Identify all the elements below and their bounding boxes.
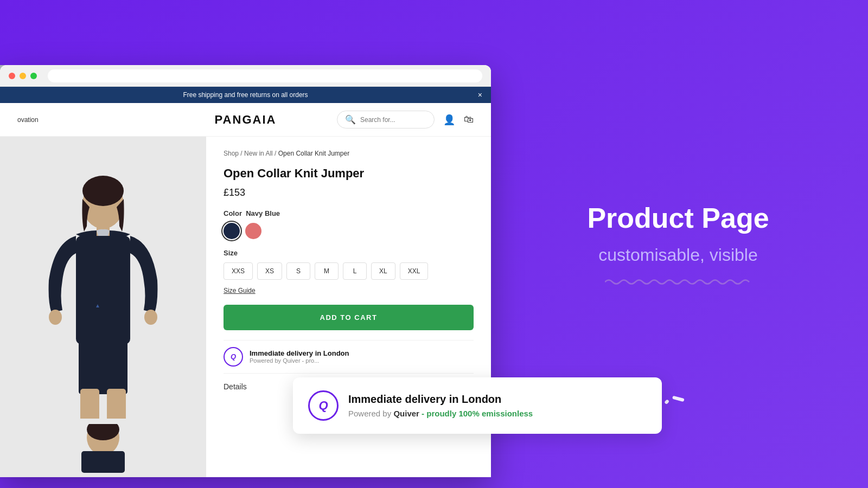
quiver-icon-label: Q (231, 352, 236, 361)
svg-text:▲: ▲ (95, 303, 100, 309)
popup-quiver-icon: Q (308, 390, 339, 421)
search-bar[interactable]: 🔍 (337, 111, 435, 129)
search-input[interactable] (360, 116, 426, 124)
size-xs[interactable]: XS (257, 262, 282, 280)
svg-point-8 (144, 310, 157, 325)
size-label: Size (224, 249, 474, 257)
size-buttons: XXS XS S M L XL XXL (224, 262, 474, 280)
color-label-text: Color (224, 209, 242, 217)
search-icon: 🔍 (345, 114, 356, 125)
squiggly-decoration (605, 278, 751, 286)
browser-chrome (0, 65, 491, 87)
browser-minimize-dot[interactable] (20, 73, 26, 79)
popup-title: Immediate delivery in London (348, 393, 533, 406)
delivery-title: Immediate delivery in London (250, 349, 349, 357)
browser-address-bar[interactable] (48, 69, 482, 82)
details-label: Details (224, 382, 247, 391)
delivery-popup: Q Immediate delivery in London Powered b… (293, 377, 662, 434)
breadcrumb-shop[interactable]: Shop (224, 150, 239, 157)
product-title: Open Collar Knit Jumper (224, 166, 474, 182)
user-icon[interactable]: 👤 (443, 114, 455, 126)
breadcrumb-sep2: / (273, 150, 278, 157)
quiver-icon: Q (224, 347, 243, 367)
color-swatches (224, 223, 474, 239)
size-section: Size XXS XS S M L XL XXL Size Guide (224, 249, 474, 295)
breadcrumb-sep1: / (239, 150, 244, 157)
delivery-subtitle: Powered by Quiver - pro... (250, 357, 349, 364)
popup-subtitle-prefix: Powered by (348, 409, 393, 418)
nav-left-label: ovation (17, 116, 169, 124)
size-m[interactable]: M (315, 262, 339, 280)
svg-rect-15 (81, 451, 125, 473)
cart-icon[interactable]: 🛍 (464, 114, 474, 125)
popup-subtitle-brand: Quiver (393, 409, 419, 418)
breadcrumb-current: Open Collar Knit Jumper (278, 150, 349, 157)
check-decoration (665, 398, 684, 401)
announcement-close-button[interactable]: × (478, 91, 482, 99)
announcement-bar: Free shipping and free returns on all or… (0, 87, 491, 103)
delivery-section: Q Immediate delivery in London Powered b… (224, 340, 474, 373)
svg-point-7 (49, 310, 62, 325)
page-title: Product Page (587, 202, 769, 235)
color-swatch-coral[interactable] (245, 223, 261, 239)
color-section: Color Navy Blue (224, 209, 474, 239)
delivery-text: Immediate delivery in London Powered by … (250, 349, 349, 364)
brand-logo[interactable]: PANGAIA (169, 113, 321, 127)
color-value-text: Navy Blue (246, 209, 280, 217)
breadcrumb-new-in-all[interactable]: New in All (244, 150, 273, 157)
color-swatch-navy[interactable] (224, 223, 240, 239)
product-price: £153 (224, 187, 474, 198)
browser-maximize-dot[interactable] (30, 73, 37, 79)
size-xxl[interactable]: XXL (400, 262, 429, 280)
page-subtitle: customisable, visible (598, 245, 757, 265)
breadcrumb: Shop / New in All / Open Collar Knit Jum… (224, 150, 474, 157)
popup-subtitle-suffix: - proudly 100% emissionless (419, 409, 533, 418)
popup-quiver-letter: Q (318, 399, 328, 413)
size-xxs[interactable]: XXS (224, 262, 253, 280)
add-to-cart-button[interactable]: ADD TO CART (224, 305, 474, 330)
size-s[interactable]: S (286, 262, 310, 280)
header-right: 🔍 👤 🛍 (322, 111, 474, 129)
product-image-column: ▲ (0, 137, 206, 477)
product-thumbnail-strip (0, 419, 206, 477)
color-label: Color Navy Blue (224, 209, 474, 217)
announcement-text: Free shipping and free returns on all or… (183, 91, 308, 99)
product-person-illustration: ▲ (33, 172, 174, 443)
svg-point-4 (82, 176, 124, 206)
svg-rect-9 (79, 340, 127, 394)
size-xl[interactable]: XL (371, 262, 395, 280)
size-guide-link[interactable]: Size Guide (224, 287, 256, 294)
browser-close-dot[interactable] (9, 73, 15, 79)
popup-subtitle: Powered by Quiver - proudly 100% emissio… (348, 409, 533, 418)
thumbnail-illustration (33, 424, 174, 473)
svg-rect-6 (76, 236, 130, 344)
popup-text: Immediate delivery in London Powered by … (348, 393, 533, 418)
size-l[interactable]: L (343, 262, 367, 280)
site-header: ovation PANGAIA 🔍 👤 🛍 (0, 103, 491, 137)
